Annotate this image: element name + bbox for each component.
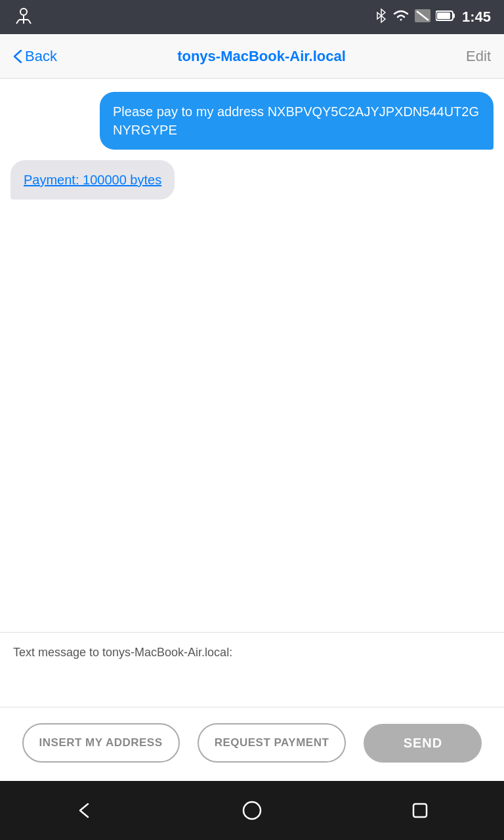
messages-area: Please pay to my address NXBPVQY5C2AJYJP… bbox=[0, 79, 504, 632]
back-button[interactable]: Back bbox=[13, 48, 57, 65]
svg-rect-9 bbox=[437, 12, 450, 19]
edit-button[interactable]: Edit bbox=[466, 48, 491, 65]
status-bar: 1:45 bbox=[0, 0, 504, 34]
svg-point-10 bbox=[243, 802, 261, 819]
input-label: Text message to tonys-MacBook-Air.local: bbox=[13, 646, 491, 660]
home-nav-button[interactable] bbox=[240, 799, 264, 822]
battery-icon bbox=[436, 10, 455, 24]
action-buttons: INSERT MY ADDRESS REQUEST PAYMENT SEND bbox=[0, 707, 504, 781]
app-icon bbox=[13, 5, 34, 29]
nav-bar: Back tonys-MacBook-Air.local Edit bbox=[0, 34, 504, 79]
wifi-icon bbox=[392, 9, 410, 25]
message-input[interactable] bbox=[13, 665, 491, 696]
received-message-1: Payment: 100000 bytes bbox=[10, 160, 175, 200]
status-time: 1:45 bbox=[462, 9, 491, 26]
input-area: Text message to tonys-MacBook-Air.local: bbox=[0, 633, 504, 707]
svg-rect-8 bbox=[453, 14, 455, 18]
bluetooth-icon bbox=[375, 8, 387, 26]
svg-line-4 bbox=[28, 20, 31, 24]
sent-message-1-text: Please pay to my address NXBPVQY5C2AJYJP… bbox=[113, 104, 479, 137]
sent-message-1: Please pay to my address NXBPVQY5C2AJYJP… bbox=[100, 92, 494, 150]
payment-link[interactable]: Payment: 100000 bytes bbox=[24, 173, 161, 187]
back-nav-button[interactable] bbox=[72, 799, 96, 822]
svg-line-3 bbox=[16, 20, 19, 24]
insert-address-button[interactable]: INSERT MY ADDRESS bbox=[22, 723, 180, 763]
signal-icon bbox=[415, 9, 430, 25]
recents-nav-button[interactable] bbox=[408, 799, 432, 822]
nav-title: tonys-MacBook-Air.local bbox=[177, 48, 346, 65]
back-label: Back bbox=[25, 48, 57, 65]
bottom-nav bbox=[0, 781, 504, 840]
send-button[interactable]: SEND bbox=[364, 724, 482, 763]
svg-rect-11 bbox=[413, 804, 427, 817]
request-payment-button[interactable]: REQUEST PAYMENT bbox=[198, 723, 346, 763]
svg-point-0 bbox=[20, 9, 27, 15]
status-right: 1:45 bbox=[375, 8, 491, 26]
status-icons bbox=[375, 8, 455, 26]
status-left bbox=[13, 5, 34, 29]
